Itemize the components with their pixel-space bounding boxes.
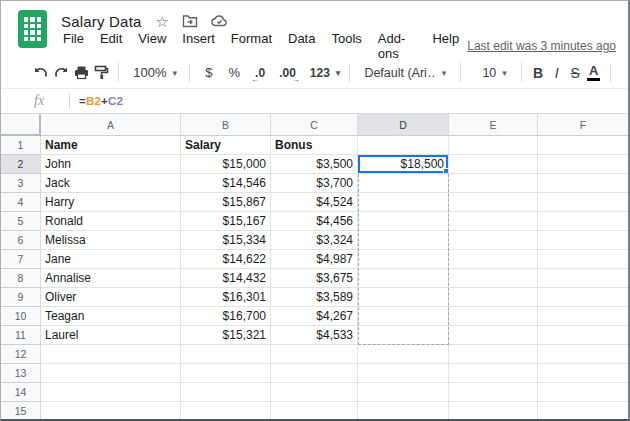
cell-E14[interactable] — [449, 383, 538, 402]
cell-A6[interactable]: Melissa — [41, 231, 181, 250]
row-header-5[interactable]: 5 — [1, 212, 41, 231]
cell-F1[interactable] — [538, 136, 628, 155]
row-header-4[interactable]: 4 — [1, 193, 41, 212]
cell-B12[interactable] — [181, 345, 271, 364]
cell-B9[interactable]: $16,301 — [181, 288, 271, 307]
fill-handle[interactable] — [443, 168, 449, 174]
cell-C8[interactable]: $3,675 — [271, 269, 358, 288]
cell-D14[interactable] — [358, 383, 449, 402]
cell-F6[interactable] — [538, 231, 628, 250]
cell-E12[interactable] — [449, 345, 538, 364]
cell-D5[interactable] — [358, 212, 449, 231]
cell-D8[interactable] — [358, 269, 449, 288]
cell-E10[interactable] — [449, 307, 538, 326]
cell-F4[interactable] — [538, 193, 628, 212]
more-formats-button[interactable]: 123 ▾ — [303, 61, 343, 85]
cell-E4[interactable] — [449, 193, 538, 212]
decrease-decimal-places-button[interactable]: .0 ← — [248, 61, 272, 85]
row-header-1[interactable]: 1 — [1, 136, 41, 155]
cell-B4[interactable]: $15,867 — [181, 193, 271, 212]
row-header-15[interactable]: 15 — [1, 402, 41, 419]
cell-D11[interactable] — [358, 326, 449, 345]
cell-E2[interactable] — [449, 155, 538, 174]
italic-button[interactable]: I — [547, 61, 566, 85]
bold-button[interactable]: B — [529, 61, 548, 85]
cell-A3[interactable]: Jack — [41, 174, 181, 193]
cell-E1[interactable] — [449, 136, 538, 155]
cell-C6[interactable]: $3,324 — [271, 231, 358, 250]
row-header-14[interactable]: 14 — [1, 383, 41, 402]
column-header-B[interactable]: B — [181, 114, 271, 136]
cell-B8[interactable]: $14,432 — [181, 269, 271, 288]
cell-A9[interactable]: Oliver — [41, 288, 181, 307]
redo-icon[interactable] — [51, 61, 71, 85]
cell-C3[interactable]: $3,700 — [271, 174, 358, 193]
cell-F11[interactable] — [538, 326, 628, 345]
cell-B5[interactable]: $15,167 — [181, 212, 271, 231]
cell-B7[interactable]: $14,622 — [181, 250, 271, 269]
format-percent-button[interactable]: % — [221, 61, 249, 85]
cell-E7[interactable] — [449, 250, 538, 269]
cell-A15[interactable] — [41, 402, 181, 419]
cloud-saved-icon[interactable] — [211, 15, 228, 27]
cell-A11[interactable]: Laurel — [41, 326, 181, 345]
cell-E13[interactable] — [449, 364, 538, 383]
cell-E3[interactable] — [449, 174, 538, 193]
cell-D3[interactable] — [358, 174, 449, 193]
star-icon[interactable]: ☆ — [156, 14, 169, 29]
cell-C2[interactable]: $3,500 — [271, 155, 358, 174]
cell-C15[interactable] — [271, 402, 358, 419]
cell-C9[interactable]: $3,589 — [271, 288, 358, 307]
cell-F3[interactable] — [538, 174, 628, 193]
row-header-12[interactable]: 12 — [1, 345, 41, 364]
sheets-logo-icon[interactable] — [18, 10, 47, 48]
cell-E11[interactable] — [449, 326, 538, 345]
print-icon[interactable] — [71, 61, 91, 85]
row-header-3[interactable]: 3 — [1, 174, 41, 193]
cell-F8[interactable] — [538, 269, 628, 288]
cell-F7[interactable] — [538, 250, 628, 269]
row-header-10[interactable]: 10 — [1, 307, 41, 326]
cell-F12[interactable] — [538, 345, 628, 364]
cell-B14[interactable] — [181, 383, 271, 402]
cell-C1[interactable]: Bonus — [271, 136, 358, 155]
row-header-8[interactable]: 8 — [1, 269, 41, 288]
cell-E6[interactable] — [449, 231, 538, 250]
row-header-9[interactable]: 9 — [1, 288, 41, 307]
cell-A2[interactable]: John — [41, 155, 181, 174]
cell-F15[interactable] — [538, 402, 628, 419]
cell-C13[interactable] — [271, 364, 358, 383]
cell-A7[interactable]: Jane — [41, 250, 181, 269]
cell-C11[interactable]: $4,533 — [271, 326, 358, 345]
select-all-corner[interactable] — [1, 114, 41, 136]
cell-F10[interactable] — [538, 307, 628, 326]
column-header-C[interactable]: C — [271, 114, 358, 136]
format-currency-button[interactable]: $ — [197, 61, 220, 85]
row-header-7[interactable]: 7 — [1, 250, 41, 269]
cell-F2[interactable] — [538, 155, 628, 174]
cell-D7[interactable] — [358, 250, 449, 269]
cell-B3[interactable]: $14,546 — [181, 174, 271, 193]
cell-D13[interactable] — [358, 364, 449, 383]
cell-B1[interactable]: Salary — [181, 136, 271, 155]
paint-format-icon[interactable] — [91, 61, 111, 85]
column-header-E[interactable]: E — [449, 114, 538, 136]
cell-B2[interactable]: $15,000 — [181, 155, 271, 174]
cell-F5[interactable] — [538, 212, 628, 231]
cell-D1[interactable] — [358, 136, 449, 155]
cell-A4[interactable]: Harry — [41, 193, 181, 212]
increase-decimal-places-button[interactable]: .00 → — [272, 61, 303, 85]
column-header-D[interactable]: D — [358, 114, 449, 136]
cell-A1[interactable]: Name — [41, 136, 181, 155]
cell-E5[interactable] — [449, 212, 538, 231]
cell-B15[interactable] — [181, 402, 271, 419]
cell-D2[interactable]: $18,500 — [358, 155, 449, 174]
cell-D6[interactable] — [358, 231, 449, 250]
cell-A14[interactable] — [41, 383, 181, 402]
cell-D10[interactable] — [358, 307, 449, 326]
cell-D9[interactable] — [358, 288, 449, 307]
cell-C4[interactable]: $4,524 — [271, 193, 358, 212]
cell-B13[interactable] — [181, 364, 271, 383]
cell-E15[interactable] — [449, 402, 538, 419]
cell-F14[interactable] — [538, 383, 628, 402]
